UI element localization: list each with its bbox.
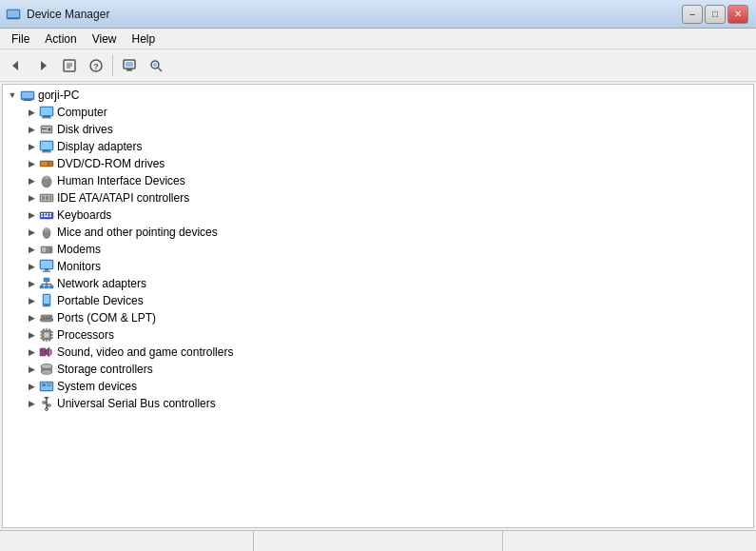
svg-rect-32 (42, 151, 51, 153)
tree-item-usb[interactable]: ▶ Universal Serial Bus controllers (3, 395, 753, 412)
ide-expander[interactable]: ▶ (24, 190, 39, 206)
svg-point-59 (48, 248, 49, 250)
toolbar-forward[interactable] (30, 53, 55, 78)
dvd-icon (39, 156, 54, 171)
ports-label: Ports (COM & LPT) (57, 311, 156, 325)
dvd-label: DVD/CD-ROM drives (57, 157, 165, 170)
svg-rect-66 (40, 285, 44, 288)
tree-item-mice[interactable]: ▶ Mice and other pointing devices (3, 224, 753, 241)
svg-rect-47 (41, 213, 43, 215)
svg-point-77 (43, 318, 45, 320)
portable-expander[interactable]: ▶ (24, 293, 39, 308)
processors-expander[interactable]: ▶ (24, 327, 39, 343)
tree-item-portable[interactable]: ▶ Portable Devices (3, 292, 753, 309)
svg-point-101 (41, 370, 52, 375)
system-label: System devices (57, 380, 137, 393)
tree-item-monitors[interactable]: ▶ Monitors (3, 258, 753, 275)
computer-expander[interactable]: ▶ (24, 105, 39, 120)
monitors-expander[interactable]: ▶ (24, 259, 39, 274)
tree-item-network[interactable]: ▶ Network adapters (3, 275, 753, 292)
svg-marker-3 (12, 61, 18, 70)
disk-expander[interactable]: ▶ (24, 122, 39, 137)
forward-icon (35, 58, 50, 73)
tree-item-computer[interactable]: ▶ Computer (3, 104, 753, 121)
toolbar-properties[interactable] (57, 53, 82, 78)
tree-item-display[interactable]: ▶ Display adapters (3, 138, 753, 155)
svg-rect-74 (44, 295, 49, 304)
sound-expander[interactable]: ▶ (24, 344, 39, 360)
dvd-expander[interactable]: ▶ (24, 156, 39, 171)
tree-item-keyboard[interactable]: ▶ Keyboards (3, 207, 753, 224)
menu-file[interactable]: File (4, 30, 37, 48)
svg-rect-106 (47, 384, 51, 384)
svg-rect-49 (47, 213, 48, 215)
window-title: Device Manager (27, 8, 109, 21)
minimize-button[interactable]: – (682, 5, 703, 24)
processors-label: Processors (57, 328, 114, 342)
maximize-button[interactable]: □ (705, 5, 726, 24)
tree-item-processors[interactable]: ▶ (3, 326, 753, 344)
menu-help[interactable]: Help (125, 30, 164, 48)
tree-item-storage[interactable]: ▶ Storage controllers (3, 361, 753, 378)
svg-point-27 (48, 128, 51, 131)
toolbar-update[interactable] (117, 53, 142, 78)
toolbar-help[interactable]: ? (84, 53, 108, 78)
svg-rect-51 (41, 216, 43, 218)
system-expander[interactable]: ▶ (24, 379, 39, 394)
device-tree[interactable]: ▼ gorji-PC ▶ Computer (2, 84, 754, 528)
svg-rect-19 (22, 92, 33, 98)
processors-icon (39, 327, 54, 343)
status-bar (0, 530, 756, 551)
menu-view[interactable]: View (85, 30, 125, 48)
svg-rect-75 (46, 305, 48, 305)
tree-item-dvd[interactable]: ▶ DVD/CD-ROM drives (3, 155, 753, 172)
window-controls: – □ ✕ (682, 5, 748, 24)
tree-item-hid[interactable]: ▶ Human Interface Devices (3, 172, 753, 189)
network-icon (39, 276, 54, 291)
tree-item-sound[interactable]: ▶ Sound, video and game controllers (3, 344, 753, 361)
toolbar-scan[interactable] (144, 53, 168, 78)
svg-rect-12 (126, 62, 133, 67)
usb-icon (39, 396, 54, 411)
menu-action[interactable]: Action (37, 30, 84, 48)
keyboard-expander[interactable]: ▶ (24, 207, 39, 223)
network-expander[interactable]: ▶ (24, 276, 39, 291)
ports-icon (39, 310, 54, 325)
tree-root[interactable]: ▼ gorji-PC (3, 87, 753, 104)
properties-icon (62, 58, 77, 73)
svg-rect-35 (49, 162, 52, 163)
display-expander[interactable]: ▶ (24, 139, 39, 154)
ports-expander[interactable]: ▶ (24, 310, 39, 325)
svg-point-102 (41, 364, 52, 369)
svg-rect-63 (45, 269, 48, 271)
toolbar-back[interactable] (4, 53, 29, 78)
tree-item-modems[interactable]: ▶ Modems (3, 241, 753, 258)
hid-expander[interactable]: ▶ (24, 173, 39, 188)
svg-point-79 (48, 318, 50, 320)
usb-label: Universal Serial Bus controllers (57, 397, 216, 410)
svg-rect-22 (41, 108, 52, 115)
svg-rect-80 (40, 319, 41, 321)
usb-expander[interactable]: ▶ (24, 396, 39, 411)
ide-icon (39, 190, 54, 206)
tree-item-disk[interactable]: ▶ Disk drives (3, 121, 753, 138)
tree-item-system[interactable]: ▶ System devices (3, 378, 753, 395)
svg-point-60 (49, 248, 51, 250)
portable-label: Portable Devices (57, 294, 144, 307)
svg-rect-34 (41, 162, 48, 166)
svg-rect-62 (41, 261, 52, 268)
modems-label: Modems (57, 243, 101, 256)
hid-label: Human Interface Devices (57, 174, 185, 187)
storage-expander[interactable]: ▶ (24, 362, 39, 377)
root-expander[interactable]: ▼ (5, 88, 20, 103)
close-button[interactable]: ✕ (727, 5, 748, 24)
ide-label: IDE ATA/ATAPI controllers (57, 191, 189, 205)
tree-item-ports[interactable]: ▶ Ports (COM & LPT) (3, 309, 753, 326)
tree-item-ide[interactable]: ▶ IDE ATA/ATAPI controllers (3, 189, 753, 207)
modems-expander[interactable]: ▶ (24, 242, 39, 257)
computer-label: Computer (57, 106, 107, 119)
svg-rect-14 (128, 69, 130, 70)
network-label: Network adapters (57, 277, 146, 290)
svg-rect-44 (46, 196, 48, 200)
mice-expander[interactable]: ▶ (24, 225, 39, 240)
